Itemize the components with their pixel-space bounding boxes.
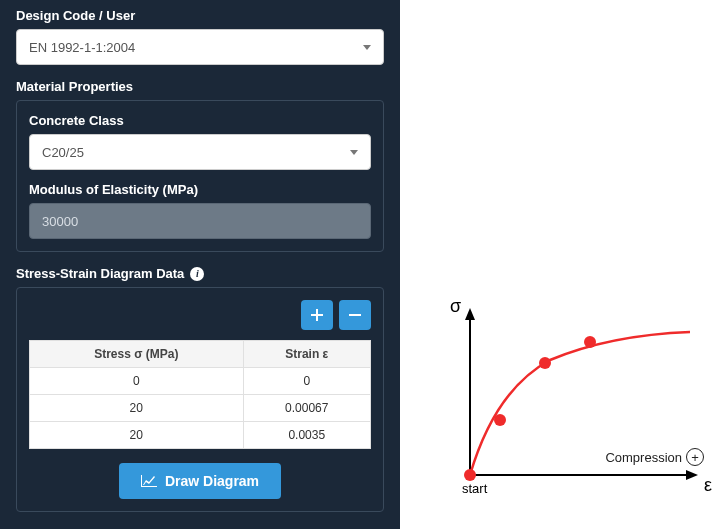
svg-point-6 xyxy=(494,414,506,426)
concrete-class-label: Concrete Class xyxy=(29,113,371,128)
compression-label: Compression + xyxy=(605,448,704,466)
modulus-label: Modulus of Elasticity (MPa) xyxy=(29,182,371,197)
draw-diagram-button[interactable]: Draw Diagram xyxy=(119,463,281,499)
diagram-panel: σ ε start Compression + xyxy=(400,0,728,529)
table-row[interactable]: 20 0.0035 xyxy=(30,422,371,449)
svg-marker-4 xyxy=(686,470,698,480)
remove-row-button[interactable] xyxy=(339,300,371,330)
start-label: start xyxy=(462,481,487,496)
plus-icon xyxy=(311,309,323,321)
modulus-value: 30000 xyxy=(42,214,78,229)
concrete-class-select[interactable]: C20/25 xyxy=(29,134,371,170)
plus-circle-icon: + xyxy=(686,448,704,466)
draw-diagram-label: Draw Diagram xyxy=(165,473,259,489)
svg-point-7 xyxy=(539,357,551,369)
stress-strain-chart: σ ε start Compression + xyxy=(440,300,710,510)
col-strain: Strain ε xyxy=(243,341,370,368)
svg-point-5 xyxy=(464,469,476,481)
epsilon-label: ε xyxy=(704,475,712,496)
chart-icon xyxy=(141,475,157,487)
stress-strain-table: Stress σ (MPa) Strain ε 0 0 20 0.00067 2… xyxy=(29,340,371,449)
stress-strain-title: Stress-Strain Diagram Data xyxy=(16,266,184,281)
add-row-button[interactable] xyxy=(301,300,333,330)
concrete-class-value: C20/25 xyxy=(42,145,84,160)
design-code-value: EN 1992-1-1:2004 xyxy=(29,40,135,55)
table-row[interactable]: 0 0 xyxy=(30,368,371,395)
material-properties-title: Material Properties xyxy=(16,79,384,94)
settings-panel: Design Code / User EN 1992-1-1:2004 Mate… xyxy=(0,0,400,529)
stress-strain-group: Stress σ (MPa) Strain ε 0 0 20 0.00067 2… xyxy=(16,287,384,512)
modulus-field: 30000 xyxy=(29,203,371,239)
col-stress: Stress σ (MPa) xyxy=(30,341,244,368)
svg-point-8 xyxy=(584,336,596,348)
design-code-select[interactable]: EN 1992-1-1:2004 xyxy=(16,29,384,65)
chevron-down-icon xyxy=(363,45,371,50)
info-icon[interactable]: i xyxy=(190,267,204,281)
svg-rect-0 xyxy=(349,314,361,316)
svg-marker-2 xyxy=(465,308,475,320)
minus-icon xyxy=(349,309,361,321)
material-properties-group: Concrete Class C20/25 Modulus of Elastic… xyxy=(16,100,384,252)
design-code-label: Design Code / User xyxy=(16,8,384,23)
sigma-label: σ xyxy=(450,296,461,317)
table-row[interactable]: 20 0.00067 xyxy=(30,395,371,422)
chevron-down-icon xyxy=(350,150,358,155)
